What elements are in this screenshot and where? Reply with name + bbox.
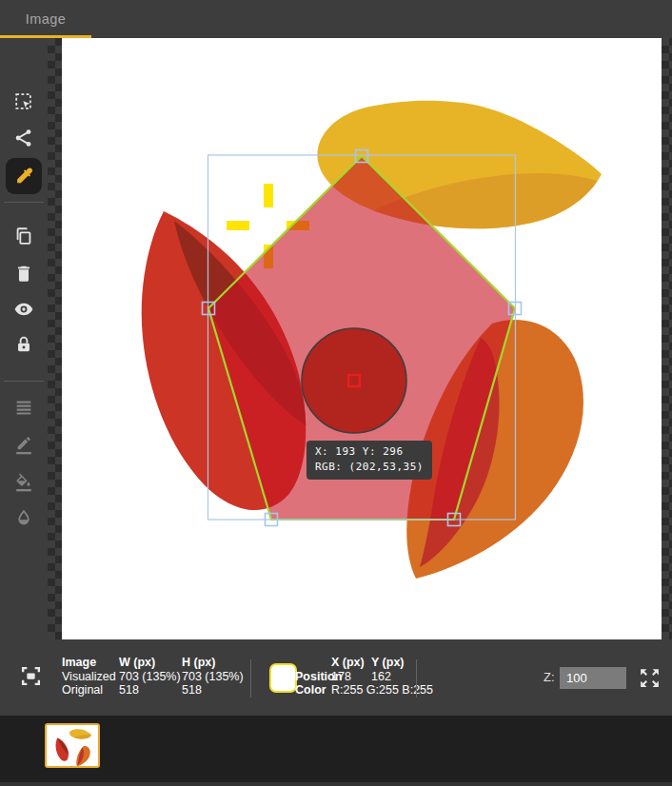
toolbar-divider: [4, 202, 44, 203]
fullscreen-button[interactable]: [638, 666, 662, 690]
canvas-gutter-right: [662, 38, 672, 639]
eye-icon: [13, 299, 34, 320]
duplicate-icon: [13, 226, 34, 246]
tool-fill-color-button[interactable]: [6, 465, 42, 500]
visualized-height: 703 (135%): [182, 670, 245, 684]
pencil-border-color-icon: [13, 435, 34, 456]
tool-duplicate-button[interactable]: [6, 219, 42, 253]
image-editor-window: Image: [0, 0, 672, 786]
zoom-level-input[interactable]: [560, 667, 626, 689]
y-header: Y (px): [371, 656, 451, 670]
statusbar-divider: [416, 659, 417, 698]
tool-delete-button[interactable]: [6, 256, 42, 290]
statusbar: Image W (px) H (px) Visualized 703 (135%…: [0, 639, 672, 716]
opacity-droplet-icon: [13, 508, 34, 529]
polyline-icon: [13, 128, 34, 148]
width-header: W (px): [119, 656, 182, 670]
original-width: 518: [119, 683, 182, 698]
tab-image-label: Image: [26, 11, 66, 27]
spacer: [295, 656, 331, 670]
color-label: Color: [295, 683, 331, 698]
trash-icon: [13, 263, 34, 284]
filmstrip: [0, 716, 672, 782]
reorder-icon: [13, 397, 34, 418]
tool-opacity-button[interactable]: [6, 501, 42, 536]
position-x: 178: [331, 670, 371, 684]
topbar: Image: [0, 0, 672, 38]
tool-reorder-button[interactable]: [6, 390, 42, 424]
rectangle-select-icon: [13, 91, 34, 112]
bottom-edge: [0, 782, 672, 786]
tooltip-rgb: RGB: (202,53,35): [315, 460, 424, 475]
tab-image[interactable]: Image: [0, 0, 91, 38]
canvas-gutter-left: [48, 38, 62, 639]
tool-border-color-button[interactable]: [6, 428, 42, 462]
tooltip-coordinates: X: 193 Y: 296: [315, 444, 424, 460]
tool-visibility-button[interactable]: [6, 292, 42, 326]
canvas-image[interactable]: [62, 38, 662, 639]
fit-screen-icon: [19, 664, 43, 688]
pixel-info-table: X (px) Y (px) Position 178 162 Color R:2…: [295, 656, 451, 698]
original-height: 518: [182, 683, 245, 698]
toolbar-divider: [4, 381, 44, 382]
left-toolbar: [0, 38, 48, 639]
height-header: H (px): [182, 656, 245, 670]
position-label: Position: [295, 670, 331, 684]
expand-arrows-icon: [638, 666, 662, 690]
image-table-header: Image: [62, 656, 119, 670]
original-label: Original: [62, 683, 119, 698]
picked-color-swatch: [269, 663, 297, 693]
pixel-info-tooltip: X: 193 Y: 296 RGB: (202,53,35): [306, 441, 432, 480]
thumbnail-preview: [47, 725, 98, 766]
main-area: X: 193 Y: 296 RGB: (202,53,35): [0, 38, 672, 639]
visualized-label: Visualized: [62, 670, 119, 684]
tool-eyedropper-button[interactable]: [6, 158, 42, 194]
circle-shape[interactable]: [302, 328, 406, 433]
x-header: X (px): [331, 656, 371, 670]
tool-rectangle-select-button[interactable]: [6, 85, 42, 119]
image-size-table: Image W (px) H (px) Visualized 703 (135%…: [62, 656, 245, 698]
color-rgb-value: R:255 G:255 B:255: [331, 683, 451, 698]
zoom-label: Z:: [544, 670, 555, 684]
paint-bucket-icon: [13, 472, 34, 493]
statusbar-divider: [250, 659, 251, 698]
position-y: 162: [371, 670, 451, 684]
tool-lock-button[interactable]: [6, 327, 42, 362]
tool-polyline-button[interactable]: [6, 121, 42, 155]
canvas-viewport: X: 193 Y: 296 RGB: (202,53,35): [62, 38, 662, 639]
eyedropper-icon: [13, 166, 34, 187]
fit-to-screen-button[interactable]: [19, 664, 43, 688]
image-thumbnail[interactable]: [45, 723, 100, 768]
lock-icon: [13, 334, 34, 355]
visualized-width: 703 (135%): [119, 670, 182, 684]
